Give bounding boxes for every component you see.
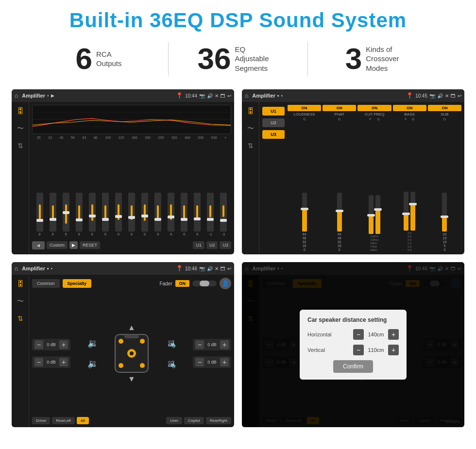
preset-u1[interactable]: U1 — [262, 107, 285, 116]
waveform-icon[interactable]: 〜 — [17, 124, 24, 133]
zone-rearleft[interactable]: RearLeft — [52, 417, 75, 424]
on-badge-sub[interactable]: ON — [428, 105, 461, 111]
eq-slider-10[interactable]: 0 — [154, 193, 161, 236]
u1-btn[interactable]: U1 — [193, 241, 204, 249]
dialog-minus-horizontal[interactable]: − — [353, 329, 364, 340]
camera-icon-3[interactable]: 📷 — [199, 266, 205, 271]
cutfreq-slider-g[interactable] — [375, 195, 380, 234]
bass-slider-f[interactable] — [404, 192, 408, 231]
eq-slider-1[interactable]: 0 — [36, 193, 43, 236]
close-icon-3[interactable]: ✕ — [215, 266, 219, 271]
eq-slider-2[interactable]: 0 — [50, 193, 56, 236]
eq-icon-2[interactable]: 🎛 — [247, 107, 255, 116]
db-minus-bl[interactable]: − — [34, 358, 43, 366]
eq-slider-12[interactable]: 0 — [181, 193, 187, 236]
screen2-sidebar: 🎛 〜 ⇅ — [242, 102, 259, 254]
confirm-button[interactable]: Confirm — [333, 360, 373, 373]
window-icon-3[interactable]: 🗔 — [221, 266, 225, 271]
stat-number-rca: 6 — [75, 44, 92, 74]
arrows-icon-2[interactable]: ⇅ — [248, 142, 254, 150]
tab-common[interactable]: Common — [32, 279, 60, 288]
location-icon-1: 📍 — [176, 92, 183, 99]
db-minus-tr[interactable]: − — [195, 340, 204, 349]
eq-slider-4[interactable]: 0 — [76, 193, 83, 236]
preset-u2[interactable]: U2 — [262, 118, 285, 127]
volume-icon-3[interactable]: 🔊 — [207, 266, 213, 271]
u2-btn[interactable]: U2 — [206, 241, 218, 249]
camera-icon-2[interactable]: 📷 — [429, 93, 435, 99]
eq-slider-15[interactable]: -1 — [220, 193, 227, 236]
home-icon[interactable]: ⌂ — [15, 92, 18, 99]
up-arrow[interactable]: ▲ — [128, 323, 136, 332]
arrows-icon-3[interactable]: ⇅ — [17, 315, 23, 322]
sub-slider[interactable] — [442, 193, 447, 232]
volume-icon-2[interactable]: 🔊 — [437, 93, 443, 99]
freq-200: 200 — [145, 136, 151, 139]
speaker-top-row: Common Specialty Fader ON 👤 — [32, 278, 231, 289]
eq-slider-9[interactable]: 0 — [141, 193, 148, 236]
profile-icon[interactable]: 👤 — [220, 278, 231, 289]
camera-icon-1[interactable]: 📷 — [199, 93, 205, 99]
close-icon-2[interactable]: ✕ — [445, 93, 449, 99]
freq-next[interactable]: » — [224, 136, 226, 139]
volume-icon-1[interactable]: 🔊 — [207, 93, 213, 99]
on-toggle[interactable]: ON — [175, 280, 190, 287]
header: Built-in 36EQ DSP Sound System — [0, 0, 476, 37]
return-icon-2[interactable]: ↩ — [458, 93, 461, 99]
db-plus-bl[interactable]: + — [59, 358, 68, 366]
play-btn[interactable]: ▶ — [69, 241, 78, 249]
return-icon-1[interactable]: ↩ — [227, 93, 231, 99]
db-plus-br[interactable]: + — [220, 358, 229, 366]
eq-icon[interactable]: 🎛 — [17, 107, 24, 116]
db-value-br: 0 dB — [206, 360, 218, 365]
cutfreq-slider-f[interactable] — [369, 195, 374, 234]
back-btn[interactable]: ◄ — [32, 241, 45, 249]
home-icon-3[interactable]: ⌂ — [15, 265, 18, 272]
zone-copilot[interactable]: Copilot — [184, 417, 204, 424]
u3-btn[interactable]: U3 — [220, 241, 231, 249]
waveform-icon-2[interactable]: 〜 — [247, 124, 254, 133]
window-icon-1[interactable]: 🗔 — [221, 93, 225, 99]
zone-rearright[interactable]: RearRight — [206, 417, 231, 424]
db-minus-br[interactable]: − — [195, 358, 204, 366]
eq-slider-14[interactable]: -1 — [207, 193, 214, 236]
loudness-slider-g[interactable] — [302, 193, 307, 232]
eq-slider-6[interactable]: 0 — [102, 193, 109, 236]
zone-user[interactable]: User — [166, 417, 182, 424]
eq-slider-13[interactable]: 0 — [194, 193, 201, 236]
eq-slider-7[interactable]: 0 — [115, 193, 122, 236]
eq-icon-3[interactable]: 🎛 — [17, 280, 24, 288]
tab-specialty[interactable]: Specialty — [63, 279, 92, 288]
preset-u3[interactable]: U3 — [262, 130, 285, 139]
on-badge-cutfreq[interactable]: ON — [357, 105, 391, 111]
db-plus-tl[interactable]: + — [59, 340, 68, 349]
reset-btn[interactable]: RESET — [80, 241, 100, 249]
on-badge-loudness[interactable]: ON — [288, 105, 321, 111]
window-icon-2[interactable]: 🗔 — [451, 93, 456, 99]
eq-slider-11[interactable]: 0 — [168, 193, 174, 236]
stats-row: 6 RCAOutputs 36 EQ AdjustableSegments 3 … — [0, 37, 476, 84]
zone-all[interactable]: All — [77, 417, 89, 424]
return-icon-3[interactable]: ↩ — [227, 266, 231, 271]
db-plus-tr[interactable]: + — [220, 340, 229, 349]
freq-25: 25 — [37, 136, 41, 139]
dialog-plus-vertical[interactable]: + — [388, 345, 399, 355]
on-badge-bass[interactable]: ON — [393, 105, 426, 111]
close-icon-1[interactable]: ✕ — [215, 93, 219, 99]
zone-driver[interactable]: Driver — [32, 417, 50, 424]
dialog-minus-vertical[interactable]: − — [353, 345, 364, 355]
waveform-icon-3[interactable]: 〜 — [17, 297, 24, 306]
db-minus-tl[interactable]: − — [34, 340, 43, 349]
home-icon-2[interactable]: ⌂ — [245, 92, 248, 99]
bass-slider-g[interactable] — [410, 192, 415, 231]
arrows-icon[interactable]: ⇅ — [17, 142, 23, 150]
preset-custom[interactable]: Custom — [47, 241, 68, 249]
eq-slider-8[interactable]: 0 — [128, 193, 135, 236]
on-badge-phat[interactable]: ON — [323, 105, 356, 111]
down-arrow[interactable]: ▼ — [128, 375, 136, 383]
fader-slider[interactable] — [192, 281, 217, 286]
eq-slider-5[interactable]: 0 — [89, 193, 96, 236]
dialog-plus-horizontal[interactable]: + — [388, 329, 399, 340]
eq-slider-3[interactable]: 5 — [63, 193, 69, 236]
phat-slider[interactable] — [337, 193, 342, 232]
